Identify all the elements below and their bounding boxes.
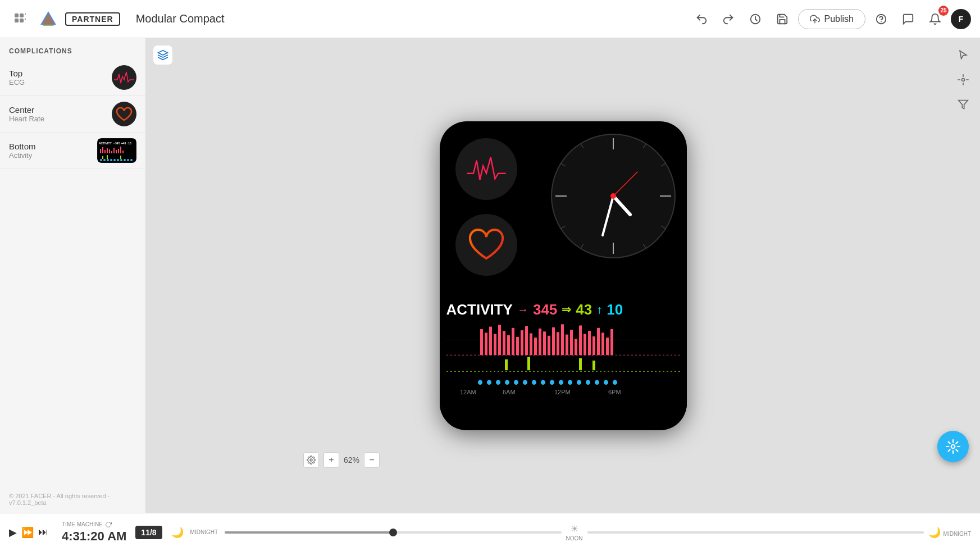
svg-rect-82: [579, 325, 582, 355]
svg-point-31: [110, 159, 112, 161]
bell-icon: [929, 13, 941, 25]
svg-point-111: [613, 380, 617, 385]
time-machine-time: 4:31:20 AM: [62, 529, 126, 544]
skip-forward-button[interactable]: ⏩: [21, 526, 34, 539]
svg-rect-15: [102, 147, 103, 153]
midnight-right-label: 🌙 MIDNIGHT: [928, 526, 971, 539]
timeline-track-right[interactable]: [587, 531, 924, 534]
zoom-in-button[interactable]: +: [323, 452, 339, 468]
fast-forward-button[interactable]: ⏭: [38, 526, 48, 538]
complication-bottom[interactable]: Bottom Activity ACTIVITY →345 ⇒43 ↑10: [0, 133, 145, 169]
sidebar-footer: © 2021 FACER - All rights reserved - v7.…: [0, 486, 145, 513]
svg-rect-93: [592, 360, 595, 370]
message-button[interactable]: [897, 8, 919, 30]
heart-complication[interactable]: [455, 214, 517, 276]
svg-rect-63: [494, 334, 496, 355]
moon-icon: 🌙: [171, 526, 184, 539]
svg-rect-3: [20, 19, 24, 22]
svg-rect-26: [107, 155, 108, 159]
undo-button[interactable]: [690, 8, 713, 30]
svg-rect-68: [516, 336, 519, 354]
notifications-button[interactable]: 25: [924, 8, 946, 30]
help-button[interactable]: [870, 8, 892, 30]
save-button[interactable]: [771, 8, 794, 30]
complication-top[interactable]: Top ECG: [0, 60, 145, 96]
svg-point-98: [496, 380, 500, 385]
svg-point-101: [523, 380, 527, 385]
cloud-upload-icon: [810, 14, 820, 24]
svg-point-110: [604, 380, 608, 385]
filter-tool-button[interactable]: [953, 94, 973, 115]
svg-point-57: [610, 193, 616, 199]
noon-label: ☀ NOON: [566, 523, 583, 541]
svg-rect-71: [530, 333, 532, 355]
svg-rect-84: [588, 331, 591, 355]
zoom-level: 62%: [344, 456, 359, 465]
svg-rect-24: [122, 151, 124, 153]
svg-rect-87: [601, 333, 604, 355]
svg-rect-67: [512, 327, 514, 354]
timeline-thumb[interactable]: [389, 529, 397, 536]
notification-count: 25: [938, 6, 949, 16]
grid-menu-button[interactable]: [9, 8, 31, 30]
play-button[interactable]: ▶: [9, 526, 17, 539]
watch-face: ACTIVITY → 345 ⇒ 43 ↑ 10: [440, 121, 687, 430]
pointer-tool-button[interactable]: [953, 45, 973, 65]
svg-rect-85: [592, 336, 595, 354]
timeline-track[interactable]: [225, 531, 562, 534]
svg-rect-19: [111, 151, 112, 153]
svg-rect-4: [25, 13, 26, 15]
svg-point-106: [568, 380, 572, 385]
svg-point-36: [127, 159, 129, 161]
complication-center[interactable]: Center Heart Rate: [0, 96, 145, 133]
ecg-preview: [112, 65, 136, 90]
svg-point-37: [130, 159, 133, 161]
publish-label: Publish: [824, 14, 854, 24]
main-layout: COMPLICATIONS Top ECG Center Heart Rate: [0, 38, 980, 513]
svg-point-99: [505, 380, 509, 385]
bottom-bar: ▶ ⏩ ⏭ TIME MACHINE 4:31:20 AM 11/8 🌙 MID…: [0, 513, 980, 551]
date-badge[interactable]: 11/8: [135, 526, 162, 539]
activity-bar: ACTIVITY → 345 ⇒ 43 ↑ 10: [440, 295, 687, 430]
svg-text:6AM: 6AM: [503, 388, 516, 395]
layers-button[interactable]: [153, 45, 173, 65]
complication-center-info: Center Heart Rate: [9, 105, 105, 123]
complications-header: COMPLICATIONS: [0, 38, 145, 60]
sidebar: COMPLICATIONS Top ECG Center Heart Rate: [0, 38, 146, 513]
zoom-out-button[interactable]: −: [364, 452, 380, 468]
location-tool-button[interactable]: [953, 70, 973, 90]
fab-button[interactable]: [937, 431, 969, 462]
svg-point-108: [586, 380, 590, 385]
activity-arrow2: ⇒: [562, 303, 571, 316]
svg-rect-66: [507, 335, 510, 355]
svg-point-100: [514, 380, 518, 385]
settings-zoom-button[interactable]: [303, 452, 319, 468]
activity-value3: 10: [607, 301, 623, 318]
svg-rect-21: [116, 150, 117, 153]
svg-rect-60: [480, 329, 483, 354]
svg-rect-90: [505, 359, 508, 370]
activity-preview: ACTIVITY →345 ⇒43 ↑10: [97, 138, 136, 163]
watch-container: ACTIVITY → 345 ⇒ 43 ↑ 10: [146, 38, 980, 513]
redo-button[interactable]: [717, 8, 740, 30]
ecg-complication[interactable]: [455, 138, 517, 200]
sun-icon: ☀: [571, 523, 578, 534]
activity-arrow3: ↑: [596, 303, 602, 316]
publish-button[interactable]: Publish: [798, 9, 865, 29]
svg-rect-86: [597, 327, 600, 354]
history-button[interactable]: [744, 8, 767, 30]
zoom-area: + 62% −: [303, 452, 380, 468]
header: PARTNER Modular Compact: [0, 0, 980, 38]
svg-point-97: [487, 380, 491, 385]
midnight-left-label: MIDNIGHT: [190, 529, 218, 535]
svg-rect-72: [534, 338, 537, 355]
svg-point-105: [559, 380, 563, 385]
svg-rect-18: [109, 149, 110, 153]
canvas-area: ACTIVITY → 345 ⇒ 43 ↑ 10: [146, 38, 980, 513]
svg-rect-76: [552, 327, 555, 355]
svg-rect-70: [525, 326, 528, 355]
svg-rect-62: [489, 326, 492, 355]
svg-rect-74: [543, 331, 546, 355]
time-machine-label: TIME MACHINE: [62, 521, 126, 528]
user-avatar[interactable]: F: [951, 9, 971, 29]
